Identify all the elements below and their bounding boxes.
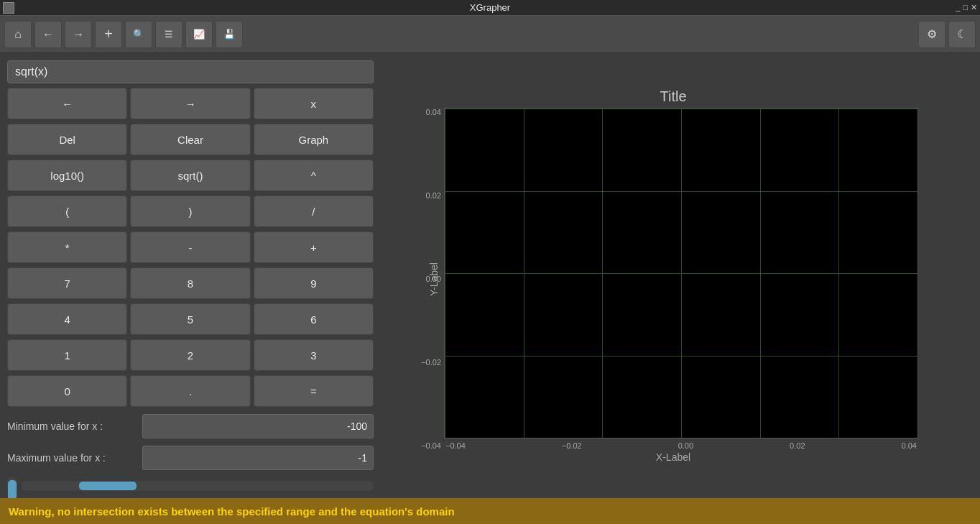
button-row-5: * - + [7, 231, 374, 263]
equals-button[interactable]: = [254, 375, 374, 407]
x-label: X-Label [656, 451, 690, 463]
add-button[interactable]: + [95, 21, 122, 48]
two-button[interactable]: 2 [130, 339, 250, 371]
save-button[interactable]: 💾 [216, 21, 243, 48]
four-button[interactable]: 4 [7, 303, 127, 335]
button-row-8: 1 2 3 [7, 339, 374, 371]
menu-button[interactable]: ☰ [155, 21, 182, 48]
graph-wrapper: Y-Label 0.04 0.02 0.00 −0.02 −0.04 [428, 108, 918, 450]
one-button[interactable]: 1 [7, 339, 127, 371]
right-arrow-button[interactable]: → [130, 88, 250, 119]
x-tick-4: 0.04 [902, 441, 917, 450]
left-arrow-button[interactable]: ← [7, 88, 127, 119]
max-input[interactable] [142, 446, 374, 470]
warning-text: Warning, no intersection exists between … [9, 505, 455, 518]
grid-v-4 [760, 109, 761, 438]
nine-button[interactable]: 9 [254, 267, 374, 299]
graph-title: Title [660, 88, 686, 105]
v-scrollbar-thumb[interactable] [8, 480, 17, 500]
max-range-row: Maximum value for x : [7, 446, 374, 470]
six-button[interactable]: 6 [254, 303, 374, 335]
window-controls[interactable]: _ □ ✕ [956, 3, 977, 12]
x-tick-0: −0.04 [445, 441, 466, 450]
zoom-button[interactable]: 🔍 [125, 21, 152, 48]
x-tick-2: 0.00 [678, 441, 693, 450]
seven-button[interactable]: 7 [7, 267, 127, 299]
y-tick-1: 0.02 [410, 191, 441, 200]
graph-area: 0.04 0.02 0.00 −0.02 −0.04 [444, 108, 918, 450]
y-tick-4: −0.04 [410, 441, 441, 450]
log10-button[interactable]: log10() [7, 160, 127, 191]
x-tick-1: −0.02 [562, 441, 582, 450]
x-ticks: −0.04 −0.02 0.00 0.02 0.04 [444, 441, 918, 450]
grid-v-3 [681, 109, 682, 438]
forward-button[interactable]: → [65, 21, 92, 48]
min-label: Minimum value for x : [7, 420, 137, 432]
main-content: ← → x Del Clear Graph log10() sqrt() ^ (… [0, 53, 980, 498]
divide-button[interactable]: / [254, 196, 374, 227]
warning-bar: Warning, no intersection exists between … [0, 498, 980, 524]
decimal-button[interactable]: . [130, 375, 250, 407]
button-row-7: 4 5 6 [7, 303, 374, 335]
button-row-1: ← → x [7, 88, 374, 119]
h-scrollbar-thumb[interactable] [79, 482, 137, 490]
graph-button[interactable]: Graph [254, 124, 374, 155]
right-panel: Title Y-Label 0.04 0.02 0.00 −0.02 −0.04 [381, 53, 980, 498]
button-row-6: 7 8 9 [7, 267, 374, 299]
grid-v-1 [524, 109, 524, 438]
multiply-button[interactable]: * [7, 231, 127, 263]
max-label: Maximum value for x : [7, 452, 137, 464]
grid-v-5 [838, 109, 839, 438]
restore-btn[interactable]: □ [963, 3, 968, 12]
y-tick-2: 0.00 [410, 275, 441, 283]
chart-button[interactable]: 📈 [185, 21, 213, 48]
add-button[interactable]: + [254, 231, 374, 263]
power-button[interactable]: ^ [254, 160, 374, 191]
button-row-2: Del Clear Graph [7, 124, 374, 155]
min-input[interactable] [142, 414, 374, 438]
zero-button[interactable]: 0 [7, 375, 127, 407]
button-row-4: ( ) / [7, 196, 374, 227]
close-paren-button[interactable]: ) [130, 196, 250, 227]
grid-v-0 [445, 109, 445, 438]
sqrt-button[interactable]: sqrt() [130, 160, 250, 191]
open-paren-button[interactable]: ( [7, 196, 127, 227]
clear-button[interactable]: Clear [130, 124, 250, 155]
min-range-row: Minimum value for x : [7, 414, 374, 438]
expression-input[interactable] [7, 60, 374, 83]
close-btn[interactable]: ✕ [971, 3, 977, 12]
y-ticks: 0.04 0.02 0.00 −0.02 −0.04 [410, 108, 441, 450]
three-button[interactable]: 3 [254, 339, 374, 371]
eight-button[interactable]: 8 [130, 267, 250, 299]
app-icon [3, 2, 14, 14]
subtract-button[interactable]: - [130, 231, 250, 263]
title-bar: XGrapher _ □ ✕ [0, 0, 980, 16]
del-button[interactable]: Del [7, 124, 127, 155]
x-tick-3: 0.02 [790, 441, 805, 450]
moon-button[interactable]: ☾ [948, 21, 976, 48]
toolbar: ⌂ ← → + 🔍 ☰ 📈 💾 ⚙ ☾ [0, 16, 980, 53]
y-tick-3: −0.02 [410, 358, 441, 367]
grid-v-6 [917, 109, 918, 438]
x-var-button[interactable]: x [254, 88, 374, 119]
five-button[interactable]: 5 [130, 303, 250, 335]
grid-v-2 [602, 109, 603, 438]
button-row-9: 0 . = [7, 375, 374, 407]
left-panel: ← → x Del Clear Graph log10() sqrt() ^ (… [0, 53, 381, 498]
home-button[interactable]: ⌂ [4, 21, 32, 48]
gear-button[interactable]: ⚙ [918, 21, 946, 48]
window-title: XGrapher [470, 2, 510, 13]
graph-canvas[interactable] [444, 108, 918, 438]
button-row-3: log10() sqrt() ^ [7, 160, 374, 191]
back-button[interactable]: ← [34, 21, 62, 48]
grid-h-4 [445, 438, 917, 438]
minimize-btn[interactable]: _ [956, 3, 960, 12]
y-tick-0: 0.04 [410, 108, 441, 116]
